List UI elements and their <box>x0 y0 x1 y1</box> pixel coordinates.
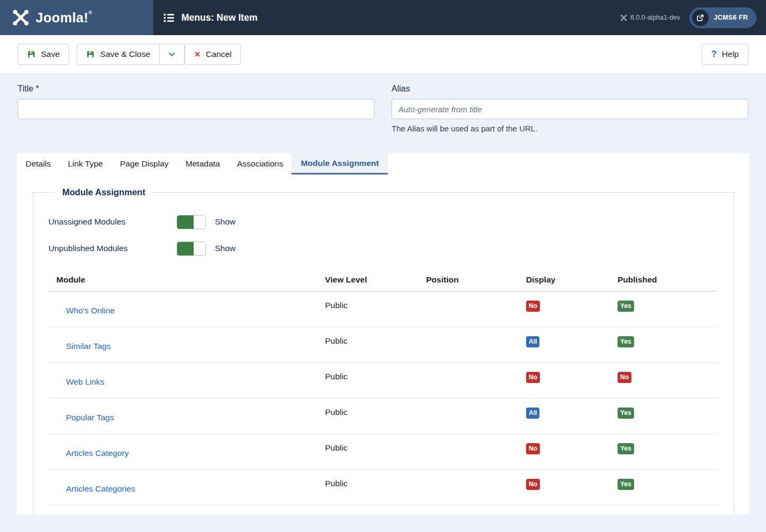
external-link-icon <box>692 10 709 26</box>
tab-module-assignment[interactable]: Module Assignment <box>292 153 388 174</box>
toolbar: Save Save & Close ✕ Cancel ? Help <box>0 35 766 74</box>
table-row: Popular TagsPublicAllYes <box>48 398 718 434</box>
page-title: Menus: New Item <box>181 12 257 23</box>
title-input[interactable] <box>18 99 374 119</box>
tab-link-type[interactable]: Link Type <box>59 153 111 174</box>
table-row: BannersPublicAllYes <box>48 505 718 514</box>
save-icon <box>86 50 95 59</box>
module-assignment-legend: Module Assignment <box>55 187 152 197</box>
modules-table-body: Who's OnlinePublicNoYesSimilar TagsPubli… <box>48 291 718 514</box>
view-level-value: Public <box>325 301 347 310</box>
save-options-dropdown-button[interactable] <box>160 44 185 65</box>
display-badge: No <box>526 301 540 312</box>
published-badge: Yes <box>618 514 634 515</box>
table-row: Who's OnlinePublicNoYes <box>48 291 718 327</box>
unassigned-modules-state: Show <box>215 217 236 227</box>
display-badge: All <box>526 514 539 515</box>
help-button[interactable]: ? Help <box>702 44 748 65</box>
content-card: DetailsLink TypePage DisplayMetadataAsso… <box>17 153 749 514</box>
display-badge: No <box>526 479 540 490</box>
module-link[interactable]: Web Links <box>66 377 104 386</box>
column-header-view-level: View Level <box>325 269 426 291</box>
position-cell <box>426 327 526 362</box>
unpublished-modules-toggle[interactable] <box>177 242 206 256</box>
display-cell: No <box>526 469 618 505</box>
published-badge: Yes <box>618 443 634 454</box>
version-text: 6.0.0-alpha1-dev <box>630 14 680 21</box>
module-cell: Banners <box>48 505 325 514</box>
published-badge: No <box>618 372 631 383</box>
published-cell: Yes <box>618 469 718 505</box>
save-button[interactable]: Save <box>18 44 69 65</box>
module-link[interactable]: Similar Tags <box>66 342 111 351</box>
display-badge: No <box>526 372 540 383</box>
module-cell: Similar Tags <box>48 327 325 362</box>
alias-field-group: Alias The Alias will be used as part of … <box>392 84 748 133</box>
alias-label: Alias <box>392 84 748 94</box>
logo-wordmark: Joomla!® <box>36 10 93 26</box>
table-row: Similar TagsPublicAllYes <box>48 327 718 362</box>
view-level-value: Public <box>325 408 347 417</box>
view-level-cell: Public <box>325 327 426 362</box>
published-cell: Yes <box>618 505 718 514</box>
module-cell: Web Links <box>48 362 325 398</box>
module-link[interactable]: Who's Online <box>66 306 115 315</box>
top-header: Joomla!® Menus: New Item 6.0. <box>0 0 766 35</box>
joomla-logo-icon <box>12 9 30 27</box>
save-close-label: Save & Close <box>100 49 150 59</box>
joomla-version-icon <box>620 14 627 21</box>
tab-page-display[interactable]: Page Display <box>111 153 177 174</box>
module-cell: Popular Tags <box>48 398 325 434</box>
alias-input[interactable] <box>392 99 748 119</box>
menu-list-icon <box>163 12 174 23</box>
display-cell: No <box>526 291 618 327</box>
unpublished-modules-row: Unpublished Modules Show <box>48 241 718 256</box>
published-badge: Yes <box>618 301 634 312</box>
tab-associations[interactable]: Associations <box>228 153 292 174</box>
help-label: Help <box>722 49 739 59</box>
module-cell: Articles Categories <box>48 469 325 505</box>
version-info: 6.0.0-alpha1-dev <box>620 14 680 21</box>
title-field-group: Title * <box>18 84 374 133</box>
save-close-button[interactable]: Save & Close <box>77 44 160 65</box>
save-icon <box>27 50 36 59</box>
display-cell: All <box>526 398 618 434</box>
table-row: Articles CategoryPublicNoYes <box>48 434 718 469</box>
logo-area[interactable]: Joomla!® <box>0 0 153 35</box>
view-level-value: Public <box>325 514 347 515</box>
view-level-cell: Public <box>325 469 426 505</box>
position-cell <box>426 469 526 505</box>
view-level-cell: Public <box>325 434 426 469</box>
position-cell <box>426 434 526 469</box>
table-row: Articles CategoriesPublicNoYes <box>48 469 718 505</box>
tab-details[interactable]: Details <box>17 153 59 174</box>
unassigned-modules-row: Unassigned Modules Show <box>48 214 718 229</box>
published-badge: Yes <box>618 336 634 347</box>
table-row: Web LinksPublicNoNo <box>48 362 718 398</box>
display-cell: No <box>526 362 618 398</box>
alias-help-text: The Alias will be used as part of the UR… <box>392 124 748 133</box>
module-link[interactable]: Popular Tags <box>66 413 114 422</box>
display-badge: All <box>526 408 539 419</box>
site-preview-button[interactable]: JCMS6 FR <box>689 7 756 28</box>
position-cell <box>426 505 526 514</box>
title-label: Title * <box>18 84 374 94</box>
unassigned-modules-toggle[interactable] <box>177 215 206 229</box>
module-link[interactable]: Articles Categories <box>66 484 135 493</box>
published-cell: No <box>618 362 718 398</box>
module-link[interactable]: Articles Category <box>66 448 129 458</box>
modules-table-header-row: Module View Level Position Display Publi… <box>48 269 718 291</box>
display-cell: No <box>526 434 618 469</box>
cancel-button[interactable]: ✕ Cancel <box>185 44 241 65</box>
published-badge: Yes <box>618 479 634 490</box>
cancel-x-icon: ✕ <box>194 50 201 59</box>
tab-metadata[interactable]: Metadata <box>177 153 229 174</box>
chevron-down-icon <box>168 50 176 59</box>
view-level-value: Public <box>325 336 347 345</box>
display-badge: No <box>526 443 540 454</box>
position-cell <box>426 398 526 434</box>
save-close-group: Save & Close <box>77 44 185 65</box>
help-question-icon: ? <box>711 49 717 59</box>
display-cell: All <box>526 505 618 514</box>
view-level-value: Public <box>325 479 347 488</box>
